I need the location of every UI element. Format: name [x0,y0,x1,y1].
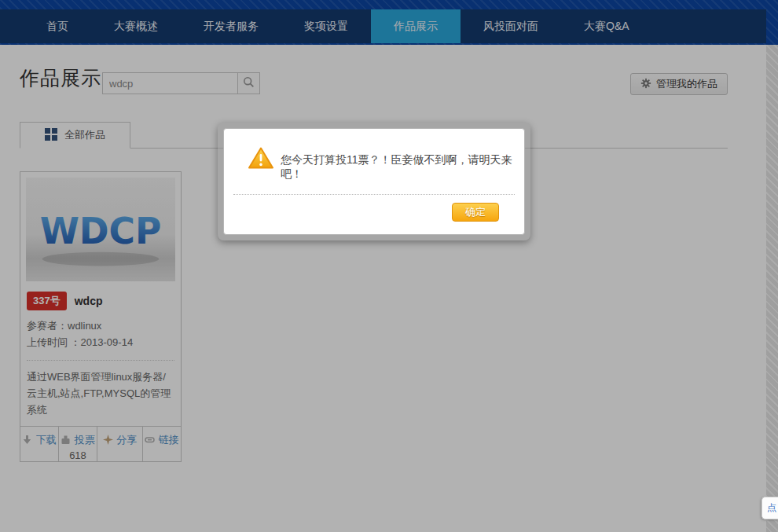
modal-divider [233,194,515,195]
confirm-button[interactable]: 确定 [452,203,499,222]
alert-message: 您今天打算投11票？！臣妾做不到啊，请明天来吧！ [281,153,516,182]
floating-side-tab[interactable]: 点 [761,497,778,519]
alert-modal: 您今天打算投11票？！臣妾做不到啊，请明天来吧！ 确定 [218,123,530,240]
modal-backdrop [0,0,778,532]
alert-modal-panel: 您今天打算投11票？！臣妾做不到啊，请明天来吧！ 确定 [223,128,525,235]
warning-icon [248,146,274,174]
